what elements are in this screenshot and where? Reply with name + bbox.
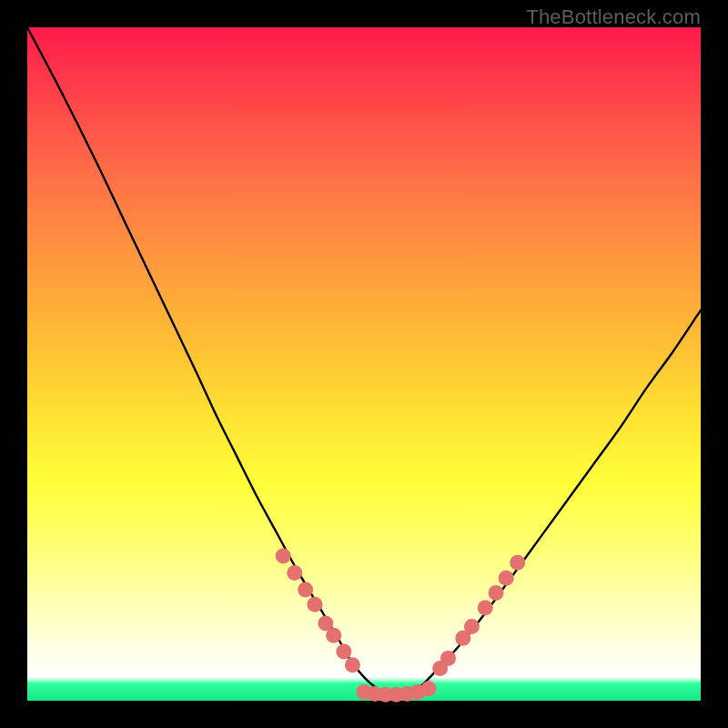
data-marker — [464, 619, 480, 634]
data-marker — [336, 643, 351, 659]
data-marker — [421, 681, 437, 696]
bottleneck-curve — [27, 27, 701, 694]
data-marker — [326, 628, 341, 643]
marker-group — [276, 548, 526, 702]
data-marker — [307, 597, 322, 612]
watermark-label: TheBottleneck.com — [526, 5, 701, 29]
data-marker — [298, 581, 313, 597]
plot-area — [27, 27, 701, 701]
chart-svg — [27, 27, 701, 701]
chart-stage: TheBottleneck.com — [0, 0, 728, 728]
data-marker — [345, 657, 360, 672]
data-marker — [440, 651, 456, 666]
data-marker — [287, 565, 302, 581]
data-marker — [489, 585, 504, 601]
data-marker — [276, 548, 291, 563]
data-marker — [478, 600, 493, 615]
data-marker — [499, 571, 514, 586]
data-marker — [510, 555, 525, 571]
